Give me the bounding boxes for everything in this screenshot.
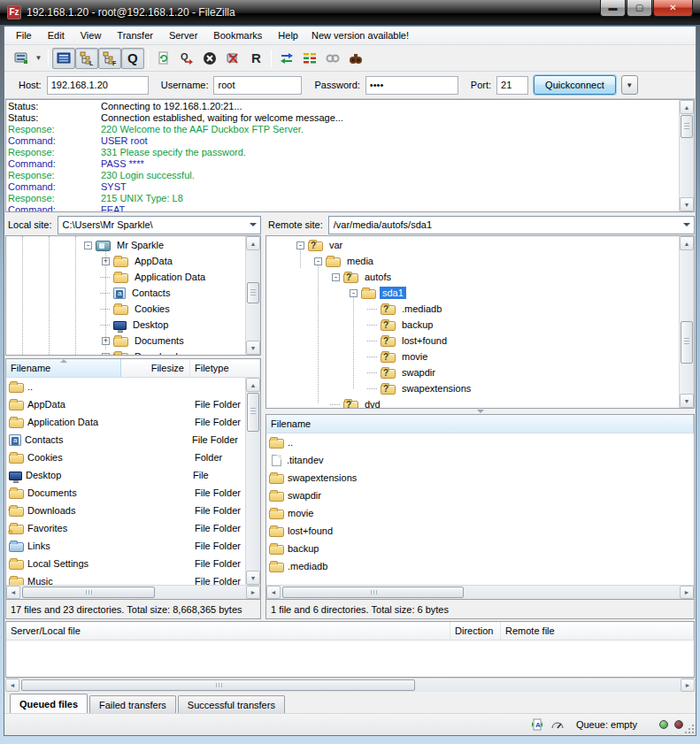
chevron-down-icon[interactable] xyxy=(250,223,257,230)
quickconnect-button[interactable]: Quickconnect xyxy=(534,75,616,95)
tree-item[interactable]: Application Data xyxy=(6,269,244,285)
tree-item[interactable]: AppData xyxy=(6,253,244,269)
local-list-hscrollbar-thumb[interactable] xyxy=(22,587,155,598)
file-row[interactable]: lost+found xyxy=(266,522,694,540)
tree-item[interactable]: media xyxy=(266,253,678,269)
tree-expander-icon[interactable] xyxy=(102,305,110,313)
scroll-up-arrow[interactable]: ▲ xyxy=(246,236,260,250)
menu-item[interactable]: View xyxy=(73,28,110,42)
file-row[interactable]: Links File Folder xyxy=(6,537,260,555)
queue-tab[interactable]: Successful transfers xyxy=(178,695,285,713)
minimize-button[interactable]: ▬ xyxy=(600,0,626,17)
column-header-filename[interactable]: Filename xyxy=(266,415,694,433)
remote-tree-scrollbar[interactable]: ▲ ▼ xyxy=(679,236,694,408)
tree-item[interactable]: swapdir xyxy=(266,364,678,380)
menu-item[interactable]: Help xyxy=(270,28,306,42)
tree-expander-icon[interactable] xyxy=(369,305,377,313)
remote-list-hscrollbar-thumb[interactable] xyxy=(282,587,464,598)
menu-item[interactable]: Bookmarks xyxy=(205,28,270,42)
file-row[interactable]: .mediadb xyxy=(266,557,694,575)
tree-item[interactable]: Desktop xyxy=(6,317,244,333)
tree-item[interactable]: Cookies xyxy=(6,301,244,317)
file-row[interactable]: backup xyxy=(266,540,694,557)
tree-item[interactable]: backup xyxy=(266,317,678,333)
tree-expander-icon[interactable] xyxy=(332,273,340,281)
tree-expander-icon[interactable] xyxy=(369,337,377,345)
local-tree-scrollbar-thumb[interactable] xyxy=(247,282,259,303)
new-version-notice[interactable]: New version available! xyxy=(306,28,414,42)
process-queue-button[interactable]: Q xyxy=(175,48,198,69)
file-row[interactable]: Music File Folder xyxy=(6,572,260,585)
file-row[interactable]: swapextensions xyxy=(266,469,694,487)
username-input[interactable] xyxy=(213,76,302,95)
tree-item[interactable]: dvd xyxy=(266,396,678,408)
file-row[interactable]: Favorites File Folder xyxy=(6,519,260,537)
scroll-right-arrow[interactable]: ► xyxy=(246,586,260,599)
column-header-filesize[interactable]: Filesize xyxy=(121,359,190,377)
log-scrollbar[interactable]: ▲ ▼ xyxy=(679,100,694,211)
scroll-left-arrow[interactable]: ◄ xyxy=(6,586,20,599)
host-input[interactable] xyxy=(47,76,149,95)
queue-tab[interactable]: Queued files xyxy=(10,694,88,713)
file-row[interactable]: Application Data File Folder xyxy=(6,413,260,431)
file-row[interactable]: AppData File Folder xyxy=(6,395,260,413)
reconnect-button[interactable]: R xyxy=(244,48,267,69)
resize-grip[interactable] xyxy=(685,725,694,733)
file-row[interactable]: Documents File Folder xyxy=(6,484,260,502)
title-bar[interactable]: Fz 192.168.1.20 - root@192.168.1.20 - Fi… xyxy=(0,0,700,25)
tree-expander-icon[interactable] xyxy=(296,242,304,249)
tree-expander-icon[interactable] xyxy=(84,242,92,249)
tree-expander-icon[interactable] xyxy=(102,337,110,345)
scroll-left-arrow[interactable]: ◄ xyxy=(5,679,19,692)
column-header-remote-file[interactable]: Remote file xyxy=(501,622,694,640)
synchronized-browsing-button[interactable] xyxy=(275,48,298,69)
queue-tab[interactable]: Failed transfers xyxy=(89,695,176,713)
transfer-type-icon[interactable]: A xyxy=(530,717,544,732)
tree-item[interactable]: swapextensions xyxy=(266,380,678,396)
file-row[interactable]: Downloads File Folder xyxy=(6,502,260,519)
file-row[interactable]: Contacts File Folder xyxy=(6,431,260,449)
tree-expander-icon[interactable] xyxy=(369,353,377,361)
local-tree-scrollbar[interactable]: ▲ ▼ xyxy=(245,236,260,355)
tree-item[interactable]: .mediadb xyxy=(266,301,678,317)
file-search-binoculars-button[interactable] xyxy=(344,48,367,69)
tree-expander-icon[interactable] xyxy=(102,257,110,265)
password-input[interactable] xyxy=(365,76,458,95)
tree-item[interactable]: Downloads xyxy=(6,349,244,355)
menu-item[interactable]: Transfer xyxy=(109,28,161,42)
tree-item[interactable]: Mr Sparkle xyxy=(6,237,244,253)
speed-limits-gauge-icon[interactable] xyxy=(550,717,565,732)
tree-expander-icon[interactable] xyxy=(314,257,322,265)
tree-item[interactable]: autofs xyxy=(266,269,678,285)
site-manager-dropdown[interactable]: ▼ xyxy=(33,48,44,69)
scroll-down-arrow[interactable]: ▼ xyxy=(246,571,260,585)
tree-expander-icon[interactable] xyxy=(102,273,110,281)
disconnect-button[interactable] xyxy=(221,48,244,69)
tree-item[interactable]: lost+found xyxy=(266,333,678,349)
toggle-log-view-button[interactable] xyxy=(52,48,75,69)
toggle-local-tree-button[interactable]: L xyxy=(75,48,98,69)
scroll-down-arrow[interactable]: ▼ xyxy=(680,394,694,408)
scroll-up-arrow[interactable]: ▲ xyxy=(246,378,260,392)
tree-item[interactable]: var xyxy=(266,237,678,253)
scroll-up-arrow[interactable]: ▲ xyxy=(680,236,694,250)
column-header-filetype[interactable]: Filetype xyxy=(190,359,260,377)
tree-expander-icon[interactable] xyxy=(369,321,377,329)
toggle-remote-tree-button[interactable]: F xyxy=(98,48,121,69)
site-manager-button[interactable] xyxy=(10,48,33,69)
remote-tree-scrollbar-thumb[interactable] xyxy=(681,321,693,364)
local-list-scrollbar-thumb[interactable] xyxy=(247,393,259,432)
tree-expander-icon[interactable] xyxy=(350,289,358,297)
file-row[interactable]: .titandev xyxy=(266,451,694,469)
quickconnect-dropdown[interactable]: ▼ xyxy=(621,75,638,95)
scroll-down-arrow[interactable]: ▼ xyxy=(680,197,694,211)
tree-expander-icon[interactable] xyxy=(332,401,340,409)
file-row[interactable]: swapdir xyxy=(266,487,694,504)
tree-expander-icon[interactable] xyxy=(102,353,110,356)
log-scrollbar-thumb[interactable] xyxy=(681,115,693,138)
tree-expander-icon[interactable] xyxy=(102,321,110,329)
file-row[interactable]: Cookies Folder xyxy=(6,449,260,466)
queue-hscrollbar-thumb[interactable] xyxy=(21,679,415,691)
sync-browsing-rings-icon[interactable] xyxy=(321,48,344,69)
scroll-right-arrow[interactable]: ► xyxy=(681,679,695,692)
